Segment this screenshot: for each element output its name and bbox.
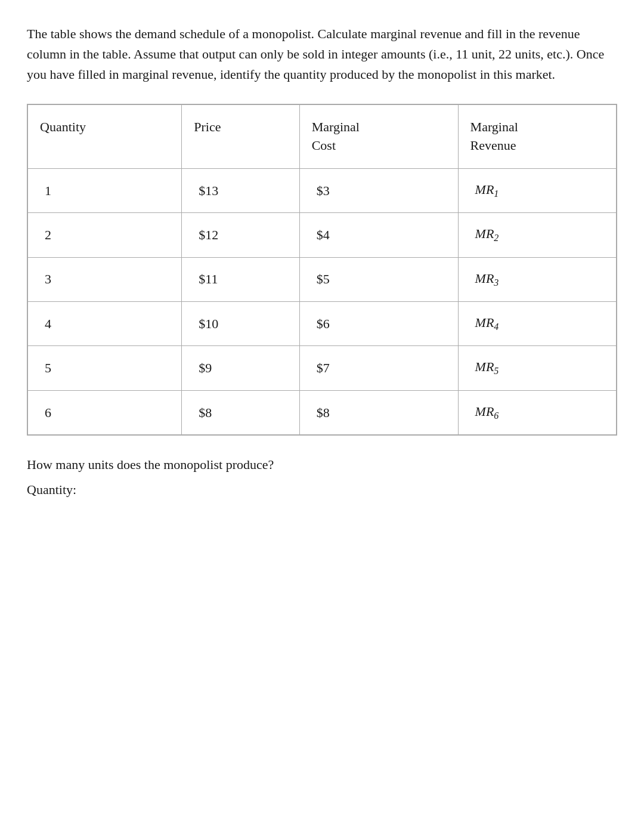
mr-cell: MR1 [458,168,616,212]
price-cell: $9 [182,346,299,390]
mc-cell: $8 [299,390,458,434]
quantity-header: Quantity [28,105,182,168]
price-header: Price [182,105,299,168]
intro-paragraph: The table shows the demand schedule of a… [27,24,617,85]
price-cell: $8 [182,390,299,434]
price-cell: $10 [182,302,299,346]
table-row: 2$12$4MR2 [28,213,616,257]
mr-cell: MR5 [458,346,616,390]
quantity-cell: 3 [28,257,182,301]
table-row: 6$8$8MR6 [28,390,616,434]
mr-cell: MR3 [458,257,616,301]
price-cell: $12 [182,213,299,257]
demand-schedule-table: Quantity Price Marginal Cost Marginal Re… [27,104,617,436]
mr-cell: MR2 [458,213,616,257]
quantity-label: Quantity: [27,479,617,501]
mc-header: Marginal Cost [299,105,458,168]
footer-section: How many units does the monopolist produ… [27,453,617,501]
quantity-cell: 6 [28,390,182,434]
quantity-cell: 1 [28,168,182,212]
table-row: 1$13$3MR1 [28,168,616,212]
mr-header: Marginal Revenue [458,105,616,168]
mc-cell: $6 [299,302,458,346]
price-cell: $13 [182,168,299,212]
mr-cell: MR6 [458,390,616,434]
quantity-cell: 2 [28,213,182,257]
mc-cell: $7 [299,346,458,390]
price-cell: $11 [182,257,299,301]
quantity-cell: 5 [28,346,182,390]
mc-cell: $5 [299,257,458,301]
table-row: 5$9$7MR5 [28,346,616,390]
mc-cell: $3 [299,168,458,212]
table-row: 4$10$6MR4 [28,302,616,346]
table-row: 3$11$5MR3 [28,257,616,301]
mr-cell: MR4 [458,302,616,346]
quantity-question: How many units does the monopolist produ… [27,453,617,476]
mc-cell: $4 [299,213,458,257]
quantity-cell: 4 [28,302,182,346]
